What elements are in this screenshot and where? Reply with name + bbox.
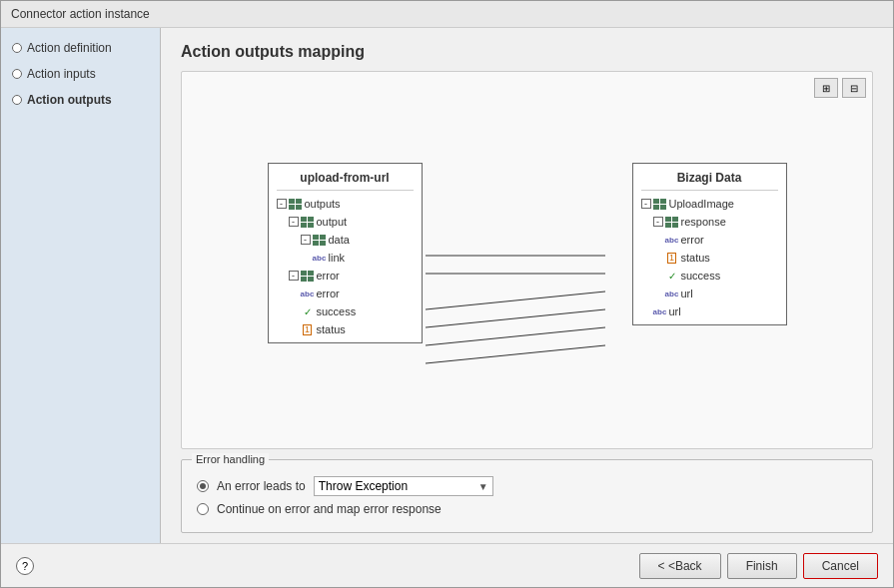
right-row-success: ✓ success — [665, 267, 778, 285]
footer-left: ? — [16, 557, 34, 575]
right-row-response: - response — [653, 213, 778, 231]
svg-line-2 — [426, 292, 605, 309]
check-icon-right-success: ✓ — [665, 270, 679, 282]
radio-icon-action-definition — [12, 43, 22, 53]
radio-option1[interactable] — [197, 480, 209, 492]
label-right-url1: url — [681, 288, 693, 299]
sidebar-label-action-definition: Action definition — [27, 41, 112, 55]
abc-icon-link: abc — [313, 252, 327, 264]
abc-icon-right-error: abc — [665, 234, 679, 246]
collapse-icon: ⊟ — [850, 83, 858, 94]
error-handling-section: Error handling An error leads to Throw E… — [181, 459, 873, 533]
footer: ? < <Back Finish Cancel — [1, 543, 893, 587]
left-row-error: abc error — [301, 285, 414, 302]
radio-icon-action-outputs — [12, 95, 22, 105]
left-row-error-group: - error — [289, 267, 414, 285]
right-row-url-response: abc url — [665, 285, 778, 302]
label-response: response — [681, 216, 726, 228]
label-error-group: error — [317, 270, 340, 282]
sidebar-label-action-outputs: Action outputs — [27, 93, 112, 107]
throw-exception-dropdown[interactable]: Throw Exception ▼ — [314, 476, 493, 496]
grid-icon-outputs — [289, 198, 303, 210]
right-row-status: 1 status — [665, 249, 778, 267]
left-row-data: - data — [301, 231, 414, 249]
left-row-output: - output — [289, 213, 414, 231]
collapse-all-button[interactable]: ⊟ — [842, 78, 866, 98]
label-error: error — [317, 288, 340, 299]
expand-output[interactable]: - — [289, 217, 299, 227]
int-icon-right-status: 1 — [665, 252, 679, 264]
grid-icon-output — [301, 216, 315, 228]
left-box-title: upload-from-url — [277, 168, 414, 191]
error-handling-legend: Error handling — [192, 453, 269, 465]
label-right-url2: url — [669, 305, 681, 317]
int-icon-status: 1 — [301, 323, 315, 335]
back-button[interactable]: < <Back — [639, 553, 721, 579]
expand-all-button[interactable]: ⊞ — [814, 78, 838, 98]
svg-line-4 — [426, 327, 605, 345]
abc-icon-right-url2: abc — [653, 305, 667, 317]
cancel-button[interactable]: Cancel — [803, 553, 878, 579]
dropdown-value: Throw Exception — [319, 479, 474, 493]
footer-buttons: < <Back Finish Cancel — [639, 553, 878, 579]
expand-outputs[interactable]: - — [277, 199, 287, 209]
right-row-uploadimage: - UploadImage — [641, 195, 778, 213]
label-link: link — [329, 252, 346, 264]
expand-error-group[interactable]: - — [289, 271, 299, 281]
expand-response[interactable]: - — [653, 217, 663, 227]
mapping-panel: ⊞ ⊟ — [181, 71, 873, 449]
grid-icon-data — [313, 234, 327, 246]
right-tree-box: Bizagi Data - — [632, 163, 787, 325]
right-row-error: abc error — [665, 231, 778, 249]
grid-icon-uploadimage — [653, 198, 667, 210]
abc-icon-right-url1: abc — [665, 288, 679, 299]
page-title: Action outputs mapping — [181, 43, 873, 61]
left-row-outputs: - outputs — [277, 195, 414, 213]
sidebar-item-action-outputs[interactable]: Action outputs — [6, 90, 155, 110]
title-bar: Connector action instance — [1, 1, 893, 28]
left-tree-box: upload-from-url - — [268, 163, 423, 343]
help-button[interactable]: ? — [16, 557, 34, 575]
toolbar-icons: ⊞ ⊟ — [814, 78, 866, 98]
sidebar-label-action-inputs: Action inputs — [27, 67, 96, 81]
content-area: Action outputs mapping ⊞ ⊟ — [161, 28, 893, 543]
label-uploadimage: UploadImage — [669, 198, 734, 210]
finish-button[interactable]: Finish — [727, 553, 797, 579]
sidebar-item-action-inputs[interactable]: Action inputs — [6, 64, 155, 84]
error-row-1: An error leads to Throw Exception ▼ — [197, 476, 857, 496]
left-row-status: 1 status — [301, 320, 414, 338]
expand-icon: ⊞ — [822, 83, 830, 94]
option2-label: Continue on error and map error response — [217, 502, 442, 516]
option1-label: An error leads to — [217, 479, 306, 493]
svg-line-5 — [426, 345, 605, 363]
right-row-url: abc url — [653, 302, 778, 320]
label-outputs: outputs — [305, 198, 341, 210]
dropdown-arrow-icon: ▼ — [478, 481, 488, 492]
label-output: output — [317, 216, 348, 228]
error-row-2: Continue on error and map error response — [197, 502, 857, 516]
expand-data[interactable]: - — [301, 235, 311, 245]
left-row-success: ✓ success — [301, 302, 414, 320]
radio-icon-action-inputs — [12, 69, 22, 79]
diagram-area: upload-from-url - — [182, 107, 872, 448]
label-status: status — [317, 323, 346, 335]
grid-icon-response — [665, 216, 679, 228]
svg-line-3 — [426, 309, 605, 327]
sidebar: Action definition Action inputs Action o… — [1, 28, 161, 543]
left-row-link: abc link — [313, 249, 414, 267]
help-icon-label: ? — [22, 560, 28, 572]
expand-uploadimage[interactable]: - — [641, 199, 651, 209]
main-content: Action definition Action inputs Action o… — [1, 28, 893, 543]
check-icon-success: ✓ — [301, 305, 315, 317]
diagram-container: upload-from-url - — [248, 153, 807, 402]
label-right-error: error — [681, 234, 704, 246]
label-right-success: success — [681, 270, 721, 282]
window-title: Connector action instance — [11, 7, 150, 21]
radio-option2[interactable] — [197, 503, 209, 515]
label-success: success — [317, 305, 357, 317]
abc-icon-error: abc — [301, 288, 315, 299]
label-data: data — [329, 234, 350, 246]
grid-icon-error-group — [301, 270, 315, 282]
sidebar-item-action-definition[interactable]: Action definition — [6, 38, 155, 58]
right-box-title: Bizagi Data — [641, 168, 778, 191]
